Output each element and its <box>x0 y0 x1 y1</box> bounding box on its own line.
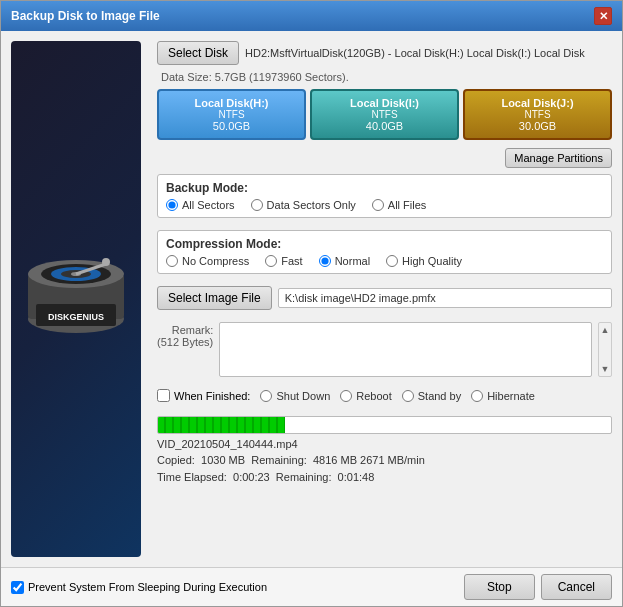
radio-reboot[interactable]: Reboot <box>340 390 391 402</box>
radio-shutdown-input[interactable] <box>260 390 272 402</box>
manage-row: Manage Partitions <box>157 146 612 168</box>
main-window: Backup Disk to Image File ✕ <box>0 0 623 607</box>
radio-data-sectors[interactable]: Data Sectors Only <box>251 199 356 211</box>
partition-i-fs: NTFS <box>316 109 453 120</box>
backup-mode-section: Backup Mode: All Sectors Data Sectors On… <box>157 174 612 218</box>
progress-bar-fill <box>158 417 285 433</box>
data-size-value: 5.7GB (11973960 Sectors). <box>215 71 349 83</box>
radio-hibernate[interactable]: Hibernate <box>471 390 535 402</box>
data-size-label: Data Size: <box>161 71 212 83</box>
backup-mode-label: Backup Mode: <box>166 181 603 195</box>
radio-high-quality-input[interactable] <box>386 255 398 267</box>
data-size-row: Data Size: 5.7GB (11973960 Sectors). <box>157 71 612 83</box>
remark-section: Remark: (512 Bytes) ▲ ▼ <box>157 322 612 377</box>
radio-standby[interactable]: Stand by <box>402 390 461 402</box>
image-path: K:\disk image\HD2 image.pmfx <box>278 288 612 308</box>
select-image-row: Select Image File K:\disk image\HD2 imag… <box>157 286 612 310</box>
radio-reboot-input[interactable] <box>340 390 352 402</box>
radio-fast-input[interactable] <box>265 255 277 267</box>
backup-mode-options: All Sectors Data Sectors Only All Files <box>166 199 603 211</box>
copied-value: 1030 MB <box>201 454 245 466</box>
remaining-value: 4816 MB <box>313 454 357 466</box>
radio-high-quality-label: High Quality <box>402 255 462 267</box>
radio-fast-label: Fast <box>281 255 302 267</box>
bottom-bar: Prevent System From Sleeping During Exec… <box>1 567 622 606</box>
radio-all-files-label: All Files <box>388 199 427 211</box>
radio-shutdown-label: Shut Down <box>276 390 330 402</box>
radio-normal[interactable]: Normal <box>319 255 370 267</box>
radio-all-files-input[interactable] <box>372 199 384 211</box>
prevent-sleep-label[interactable]: Prevent System From Sleeping During Exec… <box>11 581 267 594</box>
partition-card-h[interactable]: Local Disk(H:) NTFS 50.0GB <box>157 89 306 140</box>
cancel-button[interactable]: Cancel <box>541 574 612 600</box>
partition-h-size: 50.0GB <box>163 120 300 132</box>
remark-title: Remark: <box>157 324 213 336</box>
remark-textarea[interactable] <box>219 322 592 377</box>
scrollbar-up-icon[interactable]: ▲ <box>601 325 610 335</box>
partition-i-name: Local Disk(I:) <box>316 97 453 109</box>
radio-normal-input[interactable] <box>319 255 331 267</box>
radio-standby-label: Stand by <box>418 390 461 402</box>
elapsed-value: 0:00:23 <box>233 471 270 483</box>
action-buttons: Stop Cancel <box>464 574 612 600</box>
partition-j-name: Local Disk(J:) <box>469 97 606 109</box>
when-finished-label: When Finished: <box>174 390 250 402</box>
prevent-sleep-text: Prevent System From Sleeping During Exec… <box>28 581 267 593</box>
partitions-row: Local Disk(H:) NTFS 50.0GB Local Disk(I:… <box>157 89 612 140</box>
copied-label: Copied: <box>157 454 201 466</box>
partition-card-i[interactable]: Local Disk(I:) NTFS 40.0GB <box>310 89 459 140</box>
svg-text:DISKGENIUS: DISKGENIUS <box>48 312 104 322</box>
remaining-time-label: Remaining: <box>273 471 338 483</box>
partition-card-j[interactable]: Local Disk(J:) NTFS 30.0GB <box>463 89 612 140</box>
radio-all-files[interactable]: All Files <box>372 199 427 211</box>
main-content: DISKGENIUS Select Disk HD2:MsftVirtualDi… <box>1 31 622 567</box>
radio-standby-input[interactable] <box>402 390 414 402</box>
partition-h-fs: NTFS <box>163 109 300 120</box>
radio-high-quality[interactable]: High Quality <box>386 255 462 267</box>
radio-hibernate-input[interactable] <box>471 390 483 402</box>
scrollbar-down-icon[interactable]: ▼ <box>601 364 610 374</box>
remaining-label: Remaining: <box>248 454 313 466</box>
partition-j-fs: NTFS <box>469 109 606 120</box>
elapsed-label: Time Elapsed: <box>157 471 233 483</box>
remark-label: Remark: (512 Bytes) <box>157 322 213 377</box>
close-button[interactable]: ✕ <box>594 7 612 25</box>
partition-j-size: 30.0GB <box>469 120 606 132</box>
window-title: Backup Disk to Image File <box>11 9 160 23</box>
when-finished-checkbox[interactable] <box>157 389 170 402</box>
radio-data-sectors-label: Data Sectors Only <box>267 199 356 211</box>
radio-shutdown[interactable]: Shut Down <box>260 390 330 402</box>
disk-illustration: DISKGENIUS <box>11 41 141 557</box>
manage-partitions-button[interactable]: Manage Partitions <box>505 148 612 168</box>
stop-button[interactable]: Stop <box>464 574 535 600</box>
remark-scrollbar[interactable]: ▲ ▼ <box>598 322 612 377</box>
disk-name: HD2:MsftVirtualDisk(120GB) - Local Disk(… <box>245 47 612 59</box>
radio-no-compress-label: No Compress <box>182 255 249 267</box>
select-disk-button[interactable]: Select Disk <box>157 41 239 65</box>
remaining-time-value: 0:01:48 <box>338 471 375 483</box>
progress-filename: VID_20210504_140444.mp4 <box>157 438 612 450</box>
radio-reboot-label: Reboot <box>356 390 391 402</box>
select-image-button[interactable]: Select Image File <box>157 286 272 310</box>
radio-all-sectors[interactable]: All Sectors <box>166 199 235 211</box>
title-bar: Backup Disk to Image File ✕ <box>1 1 622 31</box>
progress-stats: Copied: 1030 MB Remaining: 4816 MB 2671 … <box>157 452 612 485</box>
full-main: DISKGENIUS Select Disk HD2:MsftVirtualDi… <box>11 41 612 557</box>
svg-point-8 <box>102 258 110 266</box>
right-section: Select Disk HD2:MsftVirtualDisk(120GB) -… <box>157 41 612 557</box>
progress-bar-container <box>157 416 612 434</box>
radio-normal-label: Normal <box>335 255 370 267</box>
partition-i-size: 40.0GB <box>316 120 453 132</box>
compression-mode-section: Compression Mode: No Compress Fast No <box>157 230 612 274</box>
radio-no-compress-input[interactable] <box>166 255 178 267</box>
select-disk-row: Select Disk HD2:MsftVirtualDisk(120GB) -… <box>157 41 612 65</box>
radio-data-sectors-input[interactable] <box>251 199 263 211</box>
prevent-sleep-checkbox[interactable] <box>11 581 24 594</box>
radio-no-compress[interactable]: No Compress <box>166 255 249 267</box>
compression-mode-label: Compression Mode: <box>166 237 603 251</box>
progress-section: VID_20210504_140444.mp4 Copied: 1030 MB … <box>157 416 612 485</box>
radio-fast[interactable]: Fast <box>265 255 302 267</box>
radio-all-sectors-label: All Sectors <box>182 199 235 211</box>
radio-all-sectors-input[interactable] <box>166 199 178 211</box>
when-finished-checkbox-label[interactable]: When Finished: <box>157 389 250 402</box>
